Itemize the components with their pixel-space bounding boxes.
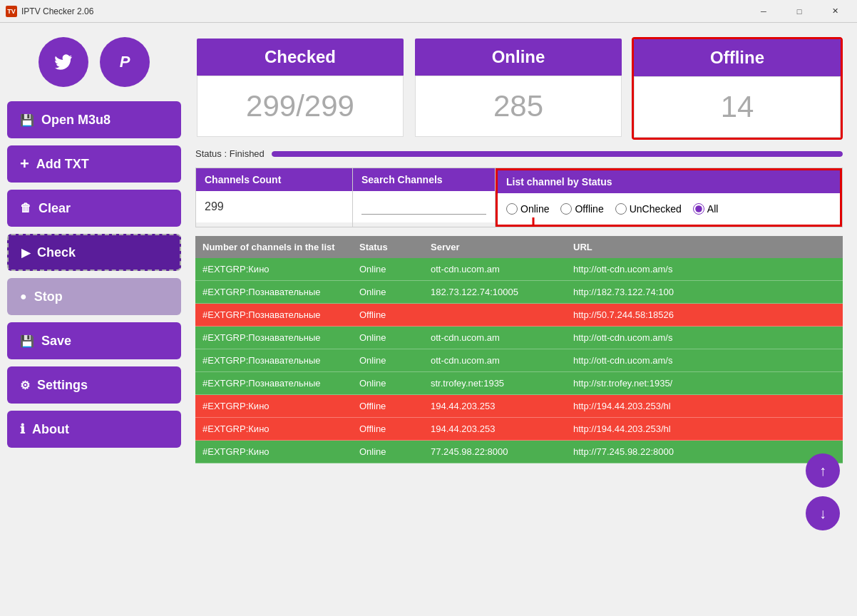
channels-count-body: 299 bbox=[196, 191, 352, 222]
radio-unchecked-input[interactable] bbox=[615, 203, 627, 215]
radio-online[interactable]: Online bbox=[506, 203, 549, 215]
radio-offline[interactable]: Offline bbox=[560, 203, 603, 215]
settings-icon: ⚙ bbox=[20, 379, 30, 392]
search-section: Search Channels bbox=[353, 168, 496, 227]
cell-url: http://50.7.244.58:18526 bbox=[566, 304, 843, 326]
maximize-button[interactable]: □ bbox=[783, 1, 816, 22]
checked-card: Checked 299/299 bbox=[195, 37, 405, 140]
save-button[interactable]: 💾 Save bbox=[7, 322, 181, 359]
stop-icon: ● bbox=[20, 290, 27, 303]
header-name: Number of channels in the list bbox=[195, 236, 352, 258]
scroll-controls: ↑ ↓ bbox=[806, 453, 840, 530]
radio-offline-input[interactable] bbox=[560, 203, 572, 215]
channels-count-header: Channels Count bbox=[196, 168, 352, 191]
table-header: Number of channels in the list Status Se… bbox=[195, 236, 843, 258]
header-url: URL bbox=[566, 236, 843, 258]
list-status-header: List channel by Status bbox=[498, 170, 840, 193]
paypal-icon[interactable]: P bbox=[100, 37, 150, 87]
table-row[interactable]: #EXTGRP:Познавательные Online 182.73.122… bbox=[195, 281, 843, 304]
radio-all-input[interactable] bbox=[693, 203, 704, 215]
save-label: Save bbox=[41, 334, 71, 349]
online-value: 285 bbox=[415, 76, 622, 137]
clear-button[interactable]: 🗑 Clear bbox=[7, 190, 181, 227]
save-icon: 💾 bbox=[20, 334, 34, 348]
window-title: IPTV Checker 2.06 bbox=[21, 6, 747, 16]
radio-unchecked-label: UnChecked bbox=[630, 203, 682, 215]
table-row[interactable]: #EXTGRP:Познавательные Offline http://50… bbox=[195, 304, 843, 327]
checked-value: 299/299 bbox=[197, 76, 404, 137]
settings-button[interactable]: ⚙ Settings bbox=[7, 366, 181, 404]
radio-unchecked[interactable]: UnChecked bbox=[615, 203, 682, 215]
cell-status: Online bbox=[352, 372, 424, 394]
cell-name: #EXTGRP:Познавательные bbox=[195, 327, 352, 349]
scroll-up-button[interactable]: ↑ bbox=[806, 453, 840, 488]
check-button[interactable]: ▶ Check bbox=[7, 234, 181, 271]
status-text: Status : Finished bbox=[195, 148, 265, 159]
cell-name: #EXTGRP:Познавательные bbox=[195, 372, 352, 394]
cell-url: http://ott-cdn.ucom.am/s bbox=[566, 258, 843, 280]
settings-label: Settings bbox=[37, 378, 88, 393]
check-play-icon: ▶ bbox=[21, 246, 30, 260]
clear-icon: 🗑 bbox=[20, 202, 31, 215]
cell-url: http://194.44.203.253/hl bbox=[566, 418, 843, 440]
table-row[interactable]: #EXTGRP:Кино Offline 194.44.203.253 http… bbox=[195, 418, 843, 441]
channels-count-section: Channels Count 299 bbox=[196, 168, 353, 227]
table-row[interactable]: #EXTGRP:Познавательные Online ott-cdn.uc… bbox=[195, 327, 843, 349]
social-icons: P bbox=[39, 37, 150, 87]
channel-table-wrapper: Number of channels in the list Status Se… bbox=[195, 236, 843, 602]
cell-server bbox=[424, 304, 566, 326]
channels-count-value: 299 bbox=[205, 200, 224, 213]
open-m3u8-icon: 💾 bbox=[20, 113, 34, 127]
cell-name: #EXTGRP:Кино bbox=[195, 395, 352, 417]
radio-all-label: All bbox=[707, 203, 719, 215]
table-row[interactable]: #EXTGRP:Кино Online 77.245.98.22:8000 ht… bbox=[195, 441, 843, 463]
radio-online-input[interactable] bbox=[506, 203, 518, 215]
add-txt-button[interactable]: + Add TXT bbox=[7, 145, 181, 183]
cell-url: http://ott-cdn.ucom.am/s bbox=[566, 349, 843, 371]
cell-url: http://ott-cdn.ucom.am/s bbox=[566, 327, 843, 349]
open-m3u8-button[interactable]: 💾 Open M3u8 bbox=[7, 101, 181, 138]
header-status: Status bbox=[352, 236, 424, 258]
close-button[interactable]: ✕ bbox=[818, 1, 851, 22]
offline-value: 14 bbox=[634, 76, 841, 138]
table-row[interactable]: #EXTGRP:Познавательные Online ott-cdn.uc… bbox=[195, 349, 843, 372]
about-label: About bbox=[32, 422, 69, 437]
stop-button[interactable]: ● Stop bbox=[7, 278, 181, 315]
cell-url: http://77.245.98.22:8000 bbox=[566, 441, 843, 463]
cell-server: 182.73.122.74:10005 bbox=[424, 281, 566, 303]
table-row[interactable]: #EXTGRP:Кино Online ott-cdn.ucom.am http… bbox=[195, 258, 843, 281]
cell-status: Online bbox=[352, 441, 424, 463]
stats-row: Checked 299/299 Online 285 Offline 14 bbox=[195, 37, 843, 140]
stop-label: Stop bbox=[34, 289, 63, 304]
table-row[interactable]: #EXTGRP:Познавательные Online str.trofey… bbox=[195, 372, 843, 395]
search-input[interactable] bbox=[361, 200, 486, 215]
cell-name: #EXTGRP:Кино bbox=[195, 441, 352, 463]
minimize-button[interactable]: ─ bbox=[747, 1, 780, 22]
table-body: #EXTGRP:Кино Online ott-cdn.ucom.am http… bbox=[195, 258, 843, 463]
list-status-body: Online Offline UnChecked All bbox=[498, 193, 840, 225]
app-body: P 💾 Open M3u8 + Add TXT 🗑 Clear ▶ Check … bbox=[0, 23, 857, 616]
title-bar: TV IPTV Checker 2.06 ─ □ ✕ bbox=[0, 0, 857, 23]
status-bar: Status : Finished bbox=[195, 148, 843, 159]
cell-name: #EXTGRP:Познавательные bbox=[195, 281, 352, 303]
offline-header: Offline bbox=[634, 39, 841, 76]
add-txt-label: Add TXT bbox=[36, 157, 89, 172]
table-row[interactable]: #EXTGRP:Кино Offline 194.44.203.253 http… bbox=[195, 395, 843, 418]
radio-online-label: Online bbox=[520, 203, 549, 215]
radio-all[interactable]: All bbox=[693, 203, 719, 215]
app-icon: TV bbox=[6, 6, 17, 17]
cell-server: 77.245.98.22:8000 bbox=[424, 441, 566, 463]
main-content: Checked 299/299 Online 285 Offline 14 St… bbox=[188, 23, 857, 616]
cell-name: #EXTGRP:Кино bbox=[195, 418, 352, 440]
cell-server: 194.44.203.253 bbox=[424, 395, 566, 417]
list-status-section: List channel by Status Online Offline bbox=[496, 168, 842, 227]
add-txt-icon: + bbox=[20, 155, 29, 173]
about-icon: ℹ bbox=[20, 421, 25, 437]
cell-status: Online bbox=[352, 327, 424, 349]
twitter-icon[interactable] bbox=[39, 37, 88, 87]
about-button[interactable]: ℹ About bbox=[7, 411, 181, 448]
cell-server: 194.44.203.253 bbox=[424, 418, 566, 440]
check-label: Check bbox=[37, 245, 76, 260]
scroll-down-button[interactable]: ↓ bbox=[806, 496, 840, 530]
filter-row: Channels Count 299 Search Channels List … bbox=[195, 168, 843, 227]
